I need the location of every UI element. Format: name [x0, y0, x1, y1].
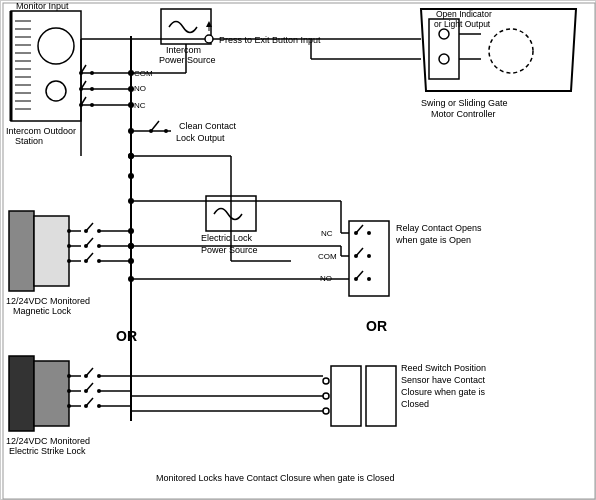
monitor-input-label: Monitor Input: [16, 1, 69, 11]
svg-text:Sensor have Contact: Sensor have Contact: [401, 375, 486, 385]
svg-text:Closed: Closed: [401, 399, 429, 409]
svg-point-138: [323, 393, 329, 399]
magnetic-lock-label: 12/24VDC Monitored: [6, 296, 90, 306]
svg-rect-1: [11, 11, 81, 121]
svg-text:Motor Controller: Motor Controller: [431, 109, 496, 119]
swing-sliding-label: Swing or Sliding Gate: [421, 98, 508, 108]
svg-text:or Light Output: or Light Output: [434, 19, 491, 29]
electric-lock-power-label: Electric Lock: [201, 233, 253, 243]
or-label-2: OR: [366, 318, 387, 334]
svg-line-91: [86, 383, 93, 391]
svg-rect-78: [9, 356, 34, 431]
svg-line-87: [86, 368, 93, 376]
svg-point-107: [489, 29, 533, 73]
svg-rect-136: [366, 366, 396, 426]
svg-point-41: [79, 87, 83, 91]
svg-line-73: [86, 253, 93, 261]
clean-contact-label: Clean Contact: [179, 121, 237, 131]
svg-text:Lock Output: Lock Output: [176, 133, 225, 143]
reed-switch-label: Reed Switch Position: [401, 363, 486, 373]
monitored-locks-label: Monitored Locks have Contact Closure whe…: [156, 473, 395, 483]
svg-point-42: [90, 87, 94, 91]
svg-point-137: [323, 378, 329, 384]
svg-point-23: [205, 35, 213, 43]
svg-point-151: [128, 153, 134, 159]
svg-point-38: [79, 71, 83, 75]
relay-com-label: COM: [318, 252, 337, 261]
svg-point-16: [46, 81, 66, 101]
svg-point-15: [38, 28, 74, 64]
svg-text:Station: Station: [15, 136, 43, 146]
no-label: NO: [134, 84, 146, 93]
svg-point-44: [79, 103, 83, 107]
com-label: COM: [134, 69, 153, 78]
svg-text:Electric Strike Lock: Electric Strike Lock: [9, 446, 86, 456]
svg-point-130: [128, 243, 134, 249]
svg-point-30: [128, 86, 134, 92]
svg-text:Power Source: Power Source: [159, 55, 216, 65]
svg-text:Closure when gate is: Closure when gate is: [401, 387, 486, 397]
svg-rect-54: [9, 211, 34, 291]
or-label-1: OR: [116, 328, 137, 344]
nc-label: NC: [134, 101, 146, 110]
svg-point-103: [439, 54, 449, 64]
press-exit-label: Press to Exit Button Input: [219, 35, 321, 45]
svg-rect-135: [331, 366, 361, 426]
svg-point-124: [367, 277, 371, 281]
intercom-power-label: Intercom: [166, 45, 201, 55]
svg-text:Magnetic Lock: Magnetic Lock: [13, 306, 72, 316]
svg-point-32: [128, 102, 134, 108]
svg-point-118: [367, 231, 371, 235]
svg-rect-55: [34, 216, 69, 286]
svg-point-28: [128, 70, 134, 76]
svg-point-39: [90, 71, 94, 75]
svg-point-152: [128, 173, 134, 179]
relay-nc-label: NC: [321, 229, 333, 238]
svg-point-153: [128, 198, 134, 204]
electric-strike-label: 12/24VDC Monitored: [6, 436, 90, 446]
svg-text:when gate is Open: when gate is Open: [395, 235, 471, 245]
svg-point-139: [323, 408, 329, 414]
intercom-outdoor-label: Intercom Outdoor: [6, 126, 76, 136]
svg-point-51: [164, 129, 168, 133]
svg-point-121: [367, 254, 371, 258]
svg-line-50: [151, 121, 159, 131]
wiring-diagram: Monitor Input Intercom Outdoor Station I…: [0, 0, 596, 500]
svg-line-95: [86, 398, 93, 406]
svg-line-68: [86, 238, 93, 246]
svg-point-133: [128, 276, 134, 282]
svg-point-45: [90, 103, 94, 107]
svg-rect-79: [34, 361, 69, 426]
open-indicator-label: Open Indicator: [436, 9, 492, 19]
svg-point-48: [128, 128, 134, 134]
svg-point-102: [439, 29, 449, 39]
svg-line-63: [86, 223, 93, 231]
relay-contact-label: Relay Contact Opens: [396, 223, 482, 233]
